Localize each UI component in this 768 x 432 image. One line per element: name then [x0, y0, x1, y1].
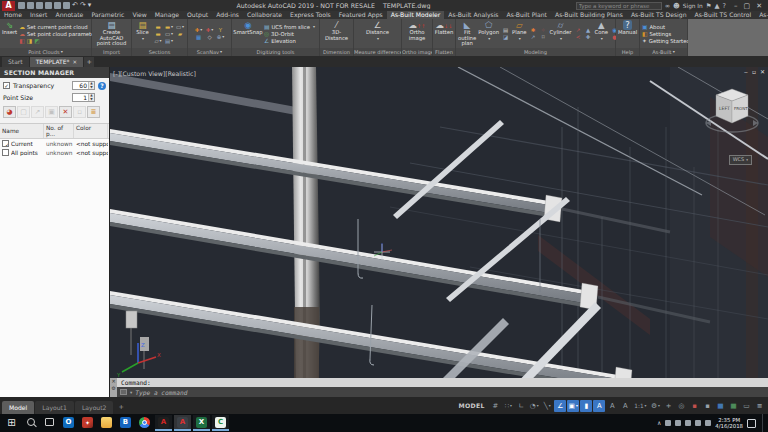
plane-points-icon[interactable]: ⁘	[539, 27, 548, 33]
tab-view[interactable]: View	[128, 11, 150, 19]
save-icon[interactable]	[36, 2, 43, 9]
plot-icon[interactable]	[54, 2, 61, 9]
command-grip[interactable]: ✕ ⚙	[110, 378, 117, 397]
delete-section-icon[interactable]: ✕	[59, 106, 72, 118]
tab-annotate[interactable]: Annotate	[51, 11, 87, 19]
tray-usb-icon[interactable]	[685, 420, 691, 426]
osnap-3d-icon[interactable]: ▣▾	[567, 400, 579, 412]
list-view-icon[interactable]: ≣	[87, 106, 100, 118]
excel-app[interactable]: X	[193, 415, 210, 431]
create-autocad-point-cloud-button[interactable]: ▤ Create AutoCAD point cloud	[94, 20, 129, 47]
file-tab-start[interactable]: Start	[2, 57, 29, 67]
tab-add-ins[interactable]: Add-ins	[212, 11, 243, 19]
minimize-button[interactable]: –	[734, 2, 738, 10]
select-section-icon[interactable]: ▢	[17, 106, 30, 118]
tab-parametric[interactable]: Parametric	[87, 11, 128, 19]
drawing-area[interactable]: Z X Y [-][Custom View][Realistic] ‒ ▫ ✕ …	[110, 67, 768, 397]
tab-featured-apps[interactable]: Featured Apps	[335, 11, 387, 19]
command-dropdown-icon[interactable]: ▾	[130, 390, 132, 395]
spin-down-icon[interactable]: ▼	[89, 86, 94, 90]
clean-screen-icon[interactable]: ▭	[741, 400, 753, 412]
transparency-spinner[interactable]: 60 ▲▼	[72, 81, 95, 90]
edit-section-icon[interactable]: ↗	[31, 106, 44, 118]
slice-button[interactable]: ▤ Slice	[134, 20, 151, 47]
search-button[interactable]	[22, 415, 39, 431]
duplicate-section-icon[interactable]: ▣	[45, 106, 58, 118]
workspace-gear-icon[interactable]: ⚙▾	[650, 400, 662, 412]
about-button[interactable]: ▣ About	[642, 24, 690, 30]
autocad-app-1[interactable]: A	[155, 415, 172, 431]
annotation-auto-icon[interactable]: A	[606, 400, 618, 412]
distance-button[interactable]: ∠ Distance	[364, 20, 392, 47]
fit-outline-plan-button[interactable]: ◣ Fit outline plan	[458, 20, 476, 47]
annotation-scale[interactable]: 1:1▾	[632, 400, 648, 412]
table-row[interactable]: ✓Currentunknown<not support...	[0, 139, 109, 148]
3d-distance-button[interactable]: ⁄ 3D-Distance	[322, 20, 351, 47]
drawing-minimize-icon[interactable]: ‒	[744, 68, 748, 75]
slice-z-icon[interactable]: ▬	[153, 31, 163, 37]
tray-pen-icon[interactable]	[665, 420, 671, 426]
tab-as-built-plant[interactable]: As-Built Plant	[503, 11, 551, 19]
table-row[interactable]: All pointsunknown<not support...	[0, 148, 109, 157]
infocenter-search-icon[interactable]: ∞	[665, 2, 670, 10]
print-icon[interactable]	[63, 2, 70, 9]
tab-as-built-ts-control[interactable]: As-Built TS Control	[691, 11, 756, 19]
autodesk-360-icon[interactable]: ▲	[715, 2, 720, 10]
col-points[interactable]: No. of p...	[44, 124, 74, 138]
scan-add-icon[interactable]: ✚	[194, 27, 204, 33]
file-explorer-app[interactable]	[98, 415, 115, 431]
tab-collaborate[interactable]: Collaborate	[243, 11, 286, 19]
drawing-restore-icon[interactable]: ▫	[752, 68, 756, 75]
infocenter-search-input[interactable]	[576, 2, 662, 10]
tab-insert[interactable]: Insert	[26, 11, 51, 19]
quickprop-icon[interactable]: ▪	[702, 400, 714, 412]
annotation-vis-icon[interactable]: A	[593, 400, 605, 412]
slice-obj-icon[interactable]: ▭	[164, 31, 174, 37]
isodraft-icon[interactable]: ╲▾	[541, 400, 553, 412]
plane-button[interactable]: ▱ Plane	[512, 20, 527, 47]
tray-volume-icon[interactable]	[695, 420, 701, 426]
ortho-image-button[interactable]: ☁↑↑ Ortho image	[404, 20, 430, 47]
tray-shield-icon[interactable]	[675, 420, 681, 426]
tab-as-built-modeler[interactable]: As-Built Modeler	[387, 11, 445, 19]
hardware-icon[interactable]: ▪	[689, 400, 701, 412]
new-layout-button[interactable]: +	[114, 401, 127, 414]
plane-fit-icon[interactable]: ✱	[529, 27, 538, 33]
slice-plane-icon[interactable]: ▱	[153, 38, 163, 44]
snap-icon[interactable]: ∷▾	[502, 400, 514, 412]
command-window[interactable]: ✕ ⚙ Command: ▾ Type a command	[110, 378, 768, 397]
scan-tree-icon[interactable]: Y	[216, 27, 226, 33]
show-desktop-button[interactable]	[762, 414, 765, 432]
flatten-button[interactable]: ☁↓↓ Flatten	[435, 20, 454, 47]
otrack-icon[interactable]: ▮	[580, 400, 592, 412]
slice-y-icon[interactable]: ▬	[164, 24, 174, 30]
transparency-checkbox[interactable]: ✓	[3, 82, 10, 89]
cyl-axis-icon[interactable]: ↗	[574, 27, 583, 33]
outlook-app[interactable]: O	[60, 415, 77, 431]
command-input[interactable]: ▾ Type a command	[117, 387, 768, 397]
cyl-bend-icon[interactable]: ▲	[584, 27, 593, 33]
point-cloud-canvas[interactable]: Z X Y	[110, 67, 768, 397]
model-space-button[interactable]: MODEL	[459, 402, 485, 409]
polygon-button[interactable]: ⬠ Polygon	[478, 20, 499, 47]
taskbar-clock[interactable]: 2:35 PM 4/16/2018	[715, 417, 743, 429]
viewport-label[interactable]: [-][Custom View][Realistic]	[113, 70, 196, 77]
autocad-app-2[interactable]: A	[174, 415, 191, 431]
col-color[interactable]: Color	[74, 124, 108, 138]
cyl-add-icon[interactable]: ✚	[584, 34, 593, 40]
layout-tab-model[interactable]: Model	[2, 401, 34, 414]
cylinder-button[interactable]: ⌭ Cylinder	[550, 20, 572, 47]
getting-started-button[interactable]: ✦ Getting Started	[642, 38, 690, 44]
smartsnap-button[interactable]: ◉ SmartSnap	[234, 20, 262, 47]
help-icon[interactable]: ?	[723, 2, 726, 10]
spin-down-icon[interactable]: ▼	[89, 98, 94, 102]
redo-icon[interactable]: ↷	[80, 2, 86, 9]
graphics-perf-icon[interactable]: ▦	[715, 400, 727, 412]
point-cloud-show-icon[interactable]: ◩	[34, 38, 39, 44]
tray-network-icon[interactable]	[705, 420, 711, 426]
outline-sheet-icon[interactable]: ▤	[501, 27, 510, 33]
sign-in-button[interactable]: Sign In	[683, 3, 703, 9]
new-icon[interactable]	[18, 2, 25, 9]
customization-icon[interactable]: ≡	[754, 400, 766, 412]
isolate-icon[interactable]: ◎	[676, 400, 688, 412]
